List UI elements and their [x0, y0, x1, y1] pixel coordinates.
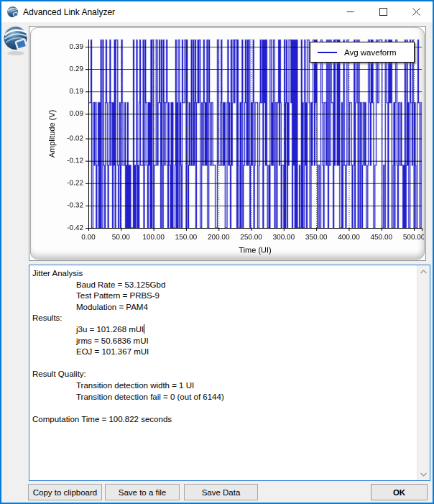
window-title: Advanced Link Analyzer [23, 7, 115, 17]
result-line: EOJ = 101.367 mUI [32, 347, 416, 358]
legend-line-swatch [318, 52, 337, 53]
result-line: Test Pattern = PRBS-9 [32, 290, 416, 302]
chart-panel: Avg waveform [30, 27, 425, 260]
save-to-file-button[interactable]: Save to a file [105, 484, 180, 500]
result-line: Transition detection width = 1 UI [32, 380, 416, 392]
result-line: jrms = 50.6836 mUI [32, 336, 416, 347]
chart-legend: Avg waveform [310, 42, 415, 63]
result-line [32, 403, 416, 414]
result-line: Result Quality: [32, 369, 416, 380]
text-caret [144, 324, 144, 334]
window-controls [333, 1, 433, 22]
result-line: Transition detection fail = 0 (out of 61… [32, 392, 416, 403]
scroll-up-icon[interactable] [417, 265, 430, 278]
chart-container: Avg waveform [29, 26, 426, 261]
window-body: Avg waveform Jitter AnalysisBaud Rate = … [1, 22, 433, 503]
result-line: j3u = 101.268 mUI [32, 324, 416, 336]
result-line: Modulation = PAM4 [32, 302, 416, 313]
result-line [32, 358, 416, 370]
ok-button[interactable]: OK [371, 484, 428, 500]
result-line: Baud Rate = 53.125Gbd [32, 280, 416, 291]
scroll-down-icon[interactable] [417, 468, 430, 480]
vertical-scrollbar[interactable] [417, 265, 430, 480]
save-data-button[interactable]: Save Data [184, 484, 258, 500]
waveform-plot [31, 29, 425, 257]
minimize-button[interactable] [333, 1, 366, 22]
result-line: Results: [32, 313, 416, 324]
close-button[interactable] [400, 1, 433, 22]
results-text[interactable]: Jitter AnalysisBaud Rate = 53.125GbdTest… [29, 265, 417, 480]
copy-to-clipboard-button[interactable]: Copy to clipboard [28, 484, 102, 500]
result-line: Jitter Analysis [32, 268, 416, 280]
app-logo-icon [6, 6, 19, 18]
maximize-button[interactable] [366, 1, 400, 22]
titlebar: Advanced Link Analyzer [1, 1, 433, 22]
legend-label: Avg waveform [344, 48, 397, 57]
app-logo-large-icon [3, 24, 28, 60]
results-textbox[interactable]: Jitter AnalysisBaud Rate = 53.125GbdTest… [29, 265, 430, 481]
app-window: Advanced Link Analyzer [0, 0, 434, 504]
result-line: Computation Time = 100.822 seconds [32, 414, 416, 426]
